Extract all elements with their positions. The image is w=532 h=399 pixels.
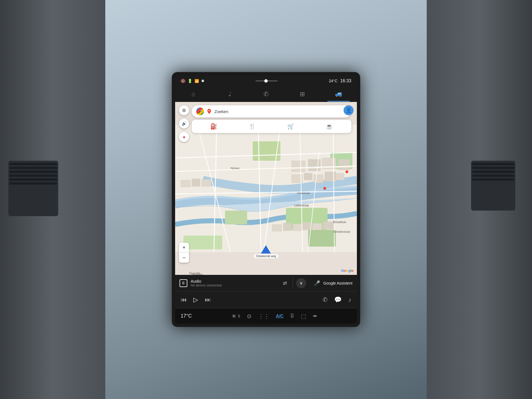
svg-rect-11 bbox=[336, 173, 344, 180]
status-slider[interactable] bbox=[255, 80, 278, 81]
coffee-icon[interactable]: ☕ bbox=[324, 121, 334, 131]
play-pause-button[interactable]: ▷ bbox=[193, 296, 198, 303]
temperature-display: 24°C bbox=[329, 79, 337, 83]
climate-temperature: 17°C bbox=[181, 313, 197, 319]
navigation-arrow: Onbekende weg bbox=[254, 245, 278, 258]
next-track-button[interactable]: ⏭ bbox=[205, 296, 211, 303]
fan-icon: ✳ bbox=[232, 313, 236, 319]
svg-rect-22 bbox=[181, 180, 190, 187]
status-right-info: 24°C 16:33 bbox=[329, 78, 351, 83]
message-shortcut-button[interactable]: 💬 bbox=[334, 296, 342, 303]
media-bar: C Audio No device connected ⇄ ∨ 🎤 Google… bbox=[175, 275, 357, 308]
music-shortcut-button[interactable]: ♪ bbox=[348, 296, 351, 303]
signal-bars-icon: 📶 bbox=[195, 79, 199, 83]
svg-text:Rijnlaan: Rijnlaan bbox=[231, 167, 240, 170]
fan-speed-label: 5 bbox=[238, 314, 240, 318]
svg-rect-19 bbox=[303, 222, 311, 230]
audio-logo-letter: C bbox=[182, 281, 185, 285]
svg-rect-3 bbox=[308, 230, 336, 247]
media-info-block: Audio No device connected bbox=[191, 279, 280, 287]
apps-icon: ⊞ bbox=[300, 91, 305, 98]
steering-wheel-heat-icon: ⊙ bbox=[247, 313, 252, 319]
google-logo: Google bbox=[341, 268, 354, 273]
google-maps-logo bbox=[206, 108, 212, 114]
svg-rect-20 bbox=[312, 223, 322, 230]
svg-text:Sluisdijk: Sluisdijk bbox=[189, 272, 200, 275]
rear-seat-heat-icon: ⠿ bbox=[290, 313, 294, 319]
svg-rect-23 bbox=[192, 179, 200, 186]
map-search-bar[interactable]: 🎤 Zoeken ∧ bbox=[192, 105, 351, 117]
ac-button[interactable]: A/C bbox=[276, 314, 284, 319]
ac-label: A/C bbox=[276, 314, 284, 319]
svg-rect-10 bbox=[325, 172, 336, 181]
tablet-frame: 📵 🔋 📶 ✱ 24°C 16:33 ⌂ ♩ bbox=[172, 72, 360, 327]
compass-icon: ◈ bbox=[183, 135, 186, 139]
status-bar: 📵 🔋 📶 ✱ 24°C 16:33 bbox=[175, 75, 357, 86]
svg-rect-18 bbox=[293, 224, 303, 231]
nav-phone[interactable]: ✆ bbox=[255, 86, 277, 102]
rear-seat-heat-button[interactable]: ⠿ bbox=[290, 313, 294, 319]
home-icon: ⌂ bbox=[191, 91, 195, 98]
sound-icon: 🔊 bbox=[182, 121, 186, 126]
car-icon: 🚙 bbox=[335, 90, 342, 97]
time-display: 16:33 bbox=[340, 78, 351, 83]
media-subtitle: No device connected bbox=[191, 283, 280, 287]
nav-home[interactable]: ⌂ bbox=[182, 86, 204, 102]
no-signal-icon: 📵 bbox=[181, 79, 185, 83]
audio-source-logo[interactable]: C bbox=[180, 279, 187, 287]
svg-rect-13 bbox=[308, 159, 321, 171]
battery-icon: 🔋 bbox=[188, 79, 192, 83]
map-container[interactable]: Sluisdijk Sluisdijk Scheldestraat Brouwh… bbox=[175, 102, 357, 275]
shopping-cart-icon[interactable]: 🛒 bbox=[286, 121, 296, 131]
zoom-out-icon: − bbox=[182, 255, 186, 261]
nav-car[interactable]: 🚙 bbox=[328, 86, 350, 102]
climate-bar: 17°C ✳ 5 ⊙ ⋮⋮ A/C ⠿ ⬚ bbox=[175, 308, 357, 324]
chevron-down-icon: ∨ bbox=[300, 280, 303, 286]
map-user-profile-button[interactable]: 👤 bbox=[344, 105, 354, 115]
user-profile-icon: 👤 bbox=[346, 107, 352, 113]
search-text: Zoeken bbox=[214, 109, 341, 114]
seat-heat-button[interactable]: ⋮⋮ bbox=[258, 313, 269, 319]
svg-text:IJsselstraat: IJsselstraat bbox=[297, 192, 310, 195]
map-settings-button[interactable]: ⚙ bbox=[179, 105, 189, 115]
svg-rect-4 bbox=[183, 236, 222, 249]
steering-heat-button[interactable]: ⊙ bbox=[247, 313, 252, 319]
map-sound-button[interactable]: 🔊 bbox=[179, 119, 189, 129]
climate-controls: ✳ 5 ⊙ ⋮⋮ A/C ⠿ ⬚ ⚮ bbox=[197, 313, 351, 319]
media-top-row: C Audio No device connected ⇄ ∨ 🎤 Google… bbox=[175, 275, 357, 291]
map-zoom-out-button[interactable]: − bbox=[179, 253, 189, 263]
nav-music[interactable]: ♩ bbox=[219, 86, 241, 102]
map-zoom-in-button[interactable]: + bbox=[179, 243, 189, 253]
previous-track-button[interactable]: ⏮ bbox=[181, 296, 187, 303]
media-controls-row: ⏮ ▷ ⏭ ✆ 💬 ♪ bbox=[175, 291, 357, 308]
svg-rect-12 bbox=[291, 161, 305, 172]
fan-speed-control[interactable]: ✳ 5 bbox=[232, 313, 240, 319]
media-shuffle-icon[interactable]: ⇄ bbox=[283, 280, 287, 286]
nav-street-label: Onbekende weg bbox=[254, 254, 278, 258]
svg-point-33 bbox=[323, 187, 326, 190]
restaurant-icon[interactable]: 🍴 bbox=[247, 121, 257, 131]
rear-defrost-icon: ⬚ bbox=[301, 313, 306, 319]
assistant-mic-icon[interactable]: 🎤 bbox=[314, 280, 320, 286]
call-shortcut-button[interactable]: ✆ bbox=[323, 296, 328, 303]
nav-apps[interactable]: ⊞ bbox=[291, 86, 313, 102]
svg-rect-21 bbox=[323, 222, 334, 229]
svg-text:Leikerstraat: Leikerstraat bbox=[294, 204, 309, 207]
fuel-station-icon[interactable]: ⛽ bbox=[209, 121, 219, 131]
svg-rect-17 bbox=[283, 223, 291, 231]
zoom-in-icon: + bbox=[182, 244, 186, 251]
media-collapse-button[interactable]: ∨ bbox=[296, 278, 306, 288]
status-left-icons: 📵 🔋 📶 ✱ bbox=[181, 79, 204, 83]
media-title: Audio bbox=[191, 279, 280, 283]
map-search-categories: ⛽ 🍴 🛒 ☕ bbox=[192, 120, 351, 133]
google-mic-button[interactable]: 🎤 bbox=[196, 108, 204, 115]
rear-defrost-button[interactable]: ⬚ bbox=[301, 313, 306, 319]
svg-rect-15 bbox=[339, 159, 350, 170]
playback-controls: ⏮ ▷ ⏭ bbox=[181, 296, 266, 303]
extra-climate-button[interactable]: ⚮ bbox=[313, 313, 317, 319]
svg-text:Brouwhuis: Brouwhuis bbox=[333, 221, 346, 224]
map-compass-button[interactable]: ◈ bbox=[179, 132, 189, 142]
nav-bar: ⌂ ♩ ✆ ⊞ 🚙 bbox=[175, 86, 357, 102]
nav-direction-triangle bbox=[261, 245, 271, 254]
svg-rect-8 bbox=[304, 173, 312, 180]
